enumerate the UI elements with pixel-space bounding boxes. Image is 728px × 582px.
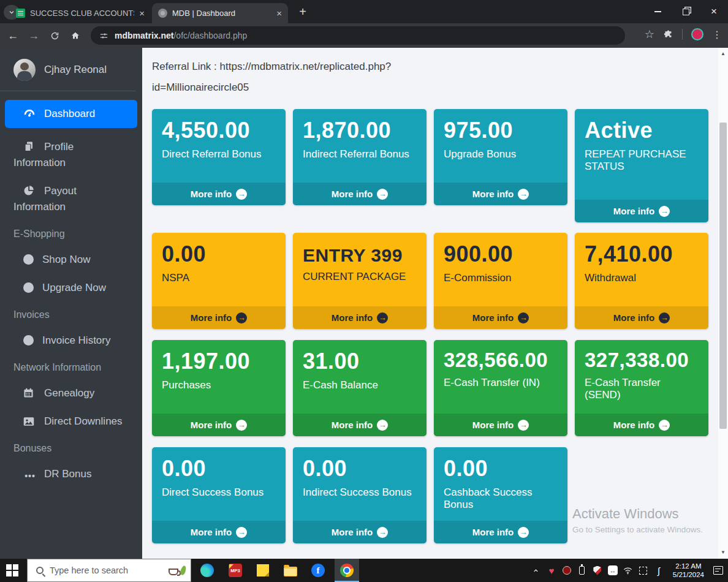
sidebar-item-upgrade-now[interactable]: Upgrade Now	[0, 274, 142, 302]
more-info-link[interactable]: More info→	[293, 414, 427, 436]
home-button[interactable]	[67, 28, 83, 43]
stat-card-current-package: ENTRY 399 CURRENT PACKAGE More info→	[293, 233, 427, 329]
browser-profile-avatar[interactable]	[691, 28, 703, 40]
new-tab-button[interactable]: +	[295, 5, 310, 20]
more-info-link[interactable]: More info→	[152, 306, 286, 329]
sidebar-item-dr-bonus[interactable]: •••DR Bonus	[0, 460, 142, 490]
sidebar-item-label: Upgrade Now	[42, 282, 106, 293]
browser-toolbar: ← → mdbmatrix.net/ofc/dashboard.php ☆ ⋮	[0, 23, 728, 48]
sidebar-item-payout-information[interactable]: Payout Information	[0, 177, 142, 221]
extensions-icon[interactable]	[663, 29, 673, 40]
arrow-circle-right-icon: →	[377, 527, 388, 538]
edge-icon	[200, 564, 214, 577]
sidebar-item-profile-information[interactable]: Profile Information	[0, 133, 142, 177]
taskbar-search[interactable]	[27, 559, 191, 582]
stat-card-withdrawal: 7,410.00 Withdrawal More info→	[575, 233, 708, 329]
sidebar-item-invoice-history[interactable]: Invoice History	[0, 327, 142, 355]
taskbar-chrome[interactable]	[335, 559, 359, 582]
browser-menu-icon[interactable]: ⋮	[712, 29, 722, 40]
user-panel: Cjhay Reonal	[0, 48, 136, 91]
forward-button[interactable]: →	[26, 28, 42, 43]
scrollbar-thumb[interactable]	[719, 123, 727, 429]
card-label: CURRENT PACKAGE	[293, 266, 427, 283]
teamviewer-tray-icon[interactable]: ↔	[608, 565, 618, 575]
window-restore-button[interactable]	[672, 0, 700, 23]
taskbar-clock[interactable]: 2:12 AM 5/21/2024	[669, 562, 708, 579]
action-center-icon[interactable]	[713, 565, 723, 575]
card-value: 4,550.00	[152, 109, 286, 143]
user-avatar[interactable]	[13, 59, 36, 81]
card-value: 7,410.00	[575, 233, 708, 267]
sidebar-item-dashboard[interactable]: Dashboard	[5, 100, 137, 128]
tab-close-icon[interactable]: ×	[276, 8, 282, 18]
more-info-link[interactable]: More info→	[152, 414, 286, 436]
sidebar-item-label: Payout	[44, 185, 77, 197]
more-info-link[interactable]: More info→	[434, 306, 567, 329]
tab-label: SUCCESS CLUB ACCOUNTS - Go	[30, 9, 134, 18]
taskbar-mp3-converter[interactable]: MP3	[223, 559, 248, 582]
more-info-link[interactable]: More info→	[293, 183, 427, 205]
more-info-link[interactable]: More info→	[575, 414, 708, 436]
more-info-link[interactable]: More info→	[434, 183, 567, 205]
search-icon	[36, 567, 44, 574]
card-value: 328,566.00	[434, 340, 567, 372]
window-minimize-button[interactable]	[643, 0, 672, 23]
address-bar[interactable]: mdbmatrix.net/ofc/dashboard.php	[91, 26, 625, 45]
more-info-link[interactable]: More info→	[575, 306, 708, 329]
taskbar-sticky-notes[interactable]	[251, 559, 275, 582]
watermark-line1: Activate Windows	[572, 506, 703, 522]
search-input[interactable]	[50, 565, 142, 575]
tab-close-icon[interactable]: ×	[139, 8, 145, 18]
sidebar-item-label: Profile	[44, 141, 74, 153]
taskbar-file-explorer[interactable]	[278, 559, 303, 582]
pie-chart-icon	[23, 185, 37, 196]
more-info-link[interactable]: More info→	[293, 521, 427, 543]
scroll-up-arrow[interactable]: ▲	[718, 49, 728, 59]
arrow-circle-right-icon: →	[518, 189, 529, 200]
teacup-icon	[169, 569, 178, 575]
more-info-link[interactable]: More info→	[152, 521, 286, 543]
card-label: Withdrawal	[575, 267, 708, 284]
start-button[interactable]	[6, 564, 18, 576]
more-info-label: More info	[472, 189, 514, 199]
red-app-tray-icon[interactable]	[562, 565, 572, 575]
card-label: REPEAT PURCHASE STATUS	[575, 143, 708, 173]
page-scrollbar[interactable]: ▲ ▼	[718, 48, 728, 559]
pen-tray-icon[interactable]: ∫	[654, 565, 664, 575]
back-button[interactable]: ←	[5, 28, 21, 43]
tab-mdb-dashboard[interactable]: MDB | Dashboard ×	[152, 3, 288, 23]
more-info-label: More info	[472, 420, 514, 430]
more-info-label: More info	[191, 312, 232, 323]
sidebar-item-shop-now[interactable]: Shop Now	[0, 246, 142, 274]
window-close-button[interactable]: ×	[700, 0, 728, 23]
arrow-circle-right-icon: →	[518, 420, 529, 431]
arrow-circle-right-icon: →	[659, 206, 670, 217]
refresh-button[interactable]	[47, 28, 63, 43]
sidebar-item-genealogy[interactable]: Genealogy	[0, 379, 142, 407]
taskbar-edge[interactable]	[195, 559, 219, 582]
more-info-label: More info	[332, 420, 373, 430]
circle-icon	[23, 254, 34, 265]
sidebar-item-direct-downlines[interactable]: Direct Downlines	[0, 407, 142, 436]
security-shield-tray-icon[interactable]	[593, 565, 602, 575]
more-info-label: More info	[613, 312, 655, 323]
sidebar-item-label-line2: Information	[13, 201, 66, 213]
taskbar-facebook[interactable]: f	[306, 559, 330, 582]
snip-tray-icon[interactable]	[639, 565, 648, 575]
more-info-link[interactable]: More info→	[293, 306, 427, 329]
scroll-down-arrow[interactable]: ▼	[718, 548, 728, 557]
usb-tray-icon[interactable]	[577, 565, 587, 575]
mp3-icon: MP3	[229, 564, 242, 577]
tray-expand-icon[interactable]	[531, 565, 541, 575]
bookmark-star-icon[interactable]: ☆	[645, 28, 654, 41]
more-info-link[interactable]: More info→	[434, 414, 567, 436]
wifi-tray-icon[interactable]	[623, 565, 633, 575]
tab-success-club-accounts[interactable]: SUCCESS CLUB ACCOUNTS - Go ×	[10, 3, 151, 23]
more-info-link[interactable]: More info→	[152, 183, 286, 205]
more-info-link[interactable]: More info→	[575, 200, 708, 222]
sidebar-item-label: Dashboard	[44, 108, 95, 119]
card-label: Indirect Success Bonus	[293, 482, 427, 499]
more-info-label: More info	[191, 527, 232, 537]
heart-tray-icon[interactable]: ♥	[547, 565, 556, 575]
more-info-link[interactable]: More info→	[434, 521, 567, 543]
